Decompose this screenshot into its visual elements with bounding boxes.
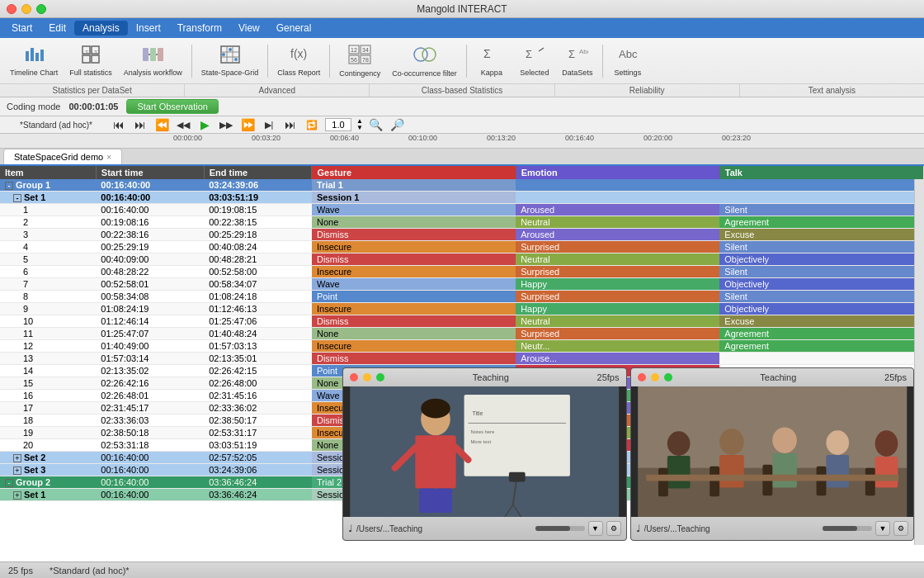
speed-display: 1.0 [325,118,351,131]
minimize-button[interactable] [21,4,31,14]
collapse-g2-set1[interactable]: + [13,491,21,500]
toolbar-group-stats: Statistics per DataSet [0,84,185,97]
contingency-label: Contingency [339,69,380,78]
collapse-group1[interactable]: - [5,182,13,190]
video-close-1[interactable] [350,373,358,381]
tab-close-button[interactable]: × [106,153,111,162]
collapse-set3[interactable]: + [13,467,21,475]
toolbar-contingency[interactable]: 12345678 Contingency [334,41,385,80]
video-volume-1[interactable] [535,526,585,531]
toolbar-timeline-chart[interactable]: Timeline Chart [5,42,63,79]
slow-forward-button[interactable]: ▶▶ [218,120,234,130]
table-row: 13 01:57:03:14 02:13:35:01 Dismiss Arous… [0,353,924,365]
speed-arrows[interactable]: ▲ ▼ [356,118,363,131]
menu-transform[interactable]: Transform [169,21,230,36]
video-filepath-2: /Users/...Teaching [644,524,820,533]
menu-analysis[interactable]: Analysis [74,21,128,36]
svg-text:Notes here: Notes here [470,429,495,434]
video-body-2 [631,386,914,517]
tab-statespace[interactable]: StateSpaceGrid demo × [3,149,122,164]
toolbar-group-advanced: Advanced [185,84,370,97]
video-filepath-1: /Users/...Teaching [356,524,532,533]
zoom-button[interactable]: 🔍 [368,118,384,131]
svg-point-21 [229,48,232,51]
video-controls-1: ♩ /Users/...Teaching ▼ ⚙ [343,517,626,540]
toolbar-datasets[interactable]: ΣAbc DataSets [557,42,598,79]
menu-general[interactable]: General [268,21,320,36]
svg-text:34: 34 [362,47,369,53]
ruler-mark-5: 00:16:40 [565,134,594,142]
rewind-button[interactable]: ⏪ [153,118,170,131]
go-end-button[interactable]: ⏭ [282,118,299,131]
svg-rect-3 [40,50,44,61]
svg-text:Σ: Σ [483,47,491,60]
toolbar-sep-2 [267,45,268,78]
search-button[interactable]: 🔎 [389,118,406,131]
svg-point-63 [719,429,744,455]
toolbar-full-statistics[interactable]: ΣΣ Full statistics [64,42,117,79]
step-back-button[interactable]: ⏭ [132,118,148,131]
col-start: Start time [96,166,204,179]
video-panel-2: Teaching 25fps [630,367,915,541]
menu-start[interactable]: Start [3,21,40,36]
step-forward-button[interactable]: ▶| [261,120,277,130]
go-start-button[interactable]: ⏮ [111,118,127,131]
timeline-chart-label: Timeline Chart [10,69,58,77]
video-max-1[interactable] [376,373,384,381]
collapse-set2[interactable]: + [13,454,21,462]
analysis-workflow-icon [142,45,163,67]
toolbar-settings[interactable]: Abc Settings [607,42,648,79]
slow-back-button[interactable]: ◀◀ [175,120,191,130]
selected-label: Selected [520,69,549,77]
toolbar-buttons: Timeline Chart ΣΣ Full statistics Analys… [0,38,924,83]
video-close-2[interactable] [638,373,646,381]
toolbar-state-space-grid[interactable]: State-Space-Grid [196,42,264,79]
video-max-2[interactable] [664,373,672,381]
toolbar-class-report[interactable]: f(x) Class Report [272,42,325,79]
close-button[interactable] [7,4,16,14]
video-panel-1: Teaching 25fps Title Notes here More tex… [342,367,627,541]
maximize-button[interactable] [36,4,46,14]
tab-label: StateSpaceGrid demo [14,152,103,162]
svg-rect-41 [464,395,570,476]
table-row: 5 00:40:09:00 00:48:28:21 Dismiss Neutra… [0,253,924,266]
table-row: 4 00:25:29:19 00:40:08:24 Insecure Surpr… [0,241,924,253]
svg-rect-71 [816,467,826,496]
settings-icon: Abc [617,45,639,67]
toolbar-sep-4 [466,45,467,78]
video-settings-btn-1[interactable]: ▼ [588,521,603,536]
collapse-group2[interactable]: - [5,479,13,487]
collapse-set1[interactable]: - [13,194,21,202]
video-volume-fill-1 [535,526,570,531]
table-row: 1 00:16:40:00 00:19:08:15 Wave Aroused S… [0,204,924,216]
co-occurrence-label: Co-occurrence filter [392,69,457,78]
toolbar-analysis-workflow[interactable]: Analysis workflow [119,42,187,79]
menu-insert[interactable]: Insert [128,21,169,36]
video-titlebar-1: Teaching 25fps [343,368,626,386]
fast-forward-button[interactable]: ⏩ [239,118,256,131]
video-volume-2[interactable] [823,526,872,531]
svg-point-69 [826,430,849,455]
toolbar-selected[interactable]: Σ Selected [514,42,555,79]
video-settings-btn-2[interactable]: ▼ [875,521,890,536]
timeline-ruler[interactable]: 00:00:00 00:03:20 00:06:40 00:10:00 00:1… [0,134,924,149]
svg-rect-11 [150,48,156,61]
video-extra-btn-2[interactable]: ⚙ [893,521,908,536]
toolbar-kappa[interactable]: Σ Kappa [471,42,512,79]
kappa-label: Kappa [481,69,502,77]
transport-bar: *Standard (ad hoc)* ⏮ ⏭ ⏪ ◀◀ ▶ ▶▶ ⏩ ▶| ⏭… [0,116,924,134]
menu-view[interactable]: View [230,21,268,36]
video-extra-btn-1[interactable]: ⚙ [606,521,621,536]
menu-edit[interactable]: Edit [40,21,74,36]
video-min-1[interactable] [363,373,371,381]
scroll-indicator[interactable] [914,166,924,545]
loop-button[interactable]: 🔁 [304,120,320,130]
video-min-2[interactable] [651,373,659,381]
table-row: 12 01:40:49:00 01:57:03:13 Insecure Neut… [0,340,924,353]
play-button[interactable]: ▶ [196,118,213,131]
start-observation-button[interactable]: Start Observation [126,99,219,114]
svg-text:Title: Title [472,410,483,416]
toolbar-co-occurrence[interactable]: Co-occurrence filter [387,41,462,80]
toolbar-sep-1 [191,45,192,78]
svg-text:f(x): f(x) [290,47,307,60]
